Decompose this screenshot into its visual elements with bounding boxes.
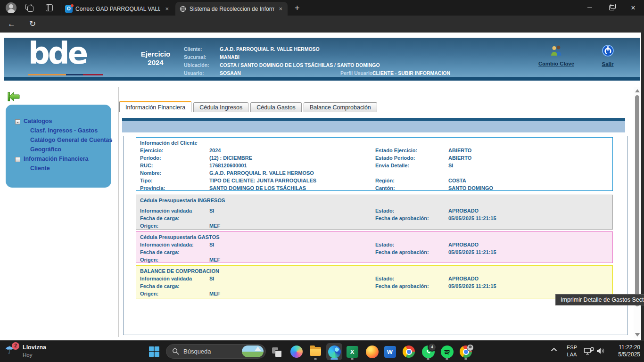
- refresh-button[interactable]: ↻: [29, 18, 36, 30]
- green-back-arrow-icon[interactable]: [8, 91, 20, 102]
- running-indicator: [330, 358, 338, 360]
- field-label: [375, 222, 448, 230]
- sidebar-item-cliente[interactable]: Cliente: [6, 164, 136, 172]
- new-tab-button[interactable]: +: [295, 2, 300, 14]
- speaker-icon[interactable]: [596, 347, 605, 355]
- weather-widget[interactable]: ☂ 2 Llovizna Hoy: [4, 343, 74, 361]
- field-value: SI: [209, 207, 375, 214]
- cambio-clave-label[interactable]: Cambio Clave: [528, 61, 585, 66]
- banner-field-cliente: Cliente: G.A.D. PARROQUIAL R. VALLE HERM…: [184, 46, 542, 53]
- search-input[interactable]: Búsqueda: [166, 344, 266, 359]
- panel-ingresos: Cédula Presupuestaria INGRESOSInformació…: [136, 195, 613, 230]
- tab-close-icon[interactable]: ×: [277, 5, 284, 12]
- taskbar-icon-edge[interactable]: [326, 343, 342, 360]
- field-value: [448, 256, 612, 263]
- scrollbar-up-icon[interactable]: [635, 89, 640, 92]
- profile-avatar[interactable]: [6, 2, 17, 13]
- search-placeholder: Búsqueda: [183, 348, 211, 355]
- workspaces-icon[interactable]: [25, 4, 33, 11]
- sidebar-item-catalogo-general-de-cuentas[interactable]: Catálogo General de Cuentas: [6, 135, 136, 144]
- sidebar-item-catalogos[interactable]: -Catálogos: [6, 116, 121, 125]
- content-header-bar: [122, 118, 625, 132]
- browser-tab-correo[interactable]: O Correo: GAD PARROQUIAL VALLE ×: [61, 2, 174, 16]
- taskbar-icon-whatsapp[interactable]: 4: [420, 343, 436, 360]
- field-label: Fecha de carga:: [140, 248, 209, 256]
- field-value: 1768120600001: [209, 162, 375, 169]
- salir-label[interactable]: Salir: [590, 61, 625, 67]
- sidebar-item-clasf-ingresos-gastos[interactable]: Clasf. Ingresos - Gastos: [6, 126, 136, 134]
- clock[interactable]: 11:22:20 5/5/2025: [606, 344, 640, 358]
- sidebar-item-label: Información Financiera: [24, 156, 89, 162]
- scrollbar-thumb[interactable]: [635, 95, 639, 306]
- taskbar: ☂ 2 Llovizna Hoy Búsqueda XW4 ESP LAA 11…: [0, 340, 644, 362]
- taskbar-icon-task-view[interactable]: [268, 343, 284, 360]
- field-value: ABIERTO: [448, 147, 612, 154]
- banner-bottom-strip: [4, 77, 640, 81]
- taskbar-icon-spotify[interactable]: [439, 343, 455, 360]
- tab-balance-comprobacion[interactable]: Balance Comprobación: [304, 102, 377, 112]
- tab-cedula-ingresos[interactable]: Cédula Ingresos: [193, 102, 248, 112]
- tab-informacion-financiera[interactable]: Información Financiera: [119, 101, 191, 112]
- field-label: Fecha de carga:: [140, 214, 209, 222]
- language-indicator[interactable]: ESP LAA: [564, 344, 580, 358]
- content-tabstrip: Información FinancieraCédula IngresosCéd…: [119, 101, 379, 112]
- tab-close-icon[interactable]: ×: [164, 5, 170, 12]
- field-value: G.A.D. PARROQUIAL R. VALLE HERMOSO: [209, 169, 375, 177]
- field-value: MEF: [209, 222, 375, 230]
- tab-actions-icon[interactable]: [45, 4, 53, 11]
- scrollbar-down-icon[interactable]: [635, 333, 640, 337]
- cambio-clave-link[interactable]: Cambio Clave: [528, 44, 585, 66]
- sidebar-item-informacion-financiera[interactable]: -Información Financiera: [6, 154, 121, 163]
- panel-balance: BALANCE DE COMPROBACIONInformación valid…: [136, 265, 613, 298]
- field-label: Ubicación:: [184, 62, 209, 68]
- salir-link[interactable]: Salir: [590, 44, 625, 67]
- panel-row: Información validadaSIEstado:APROBADO: [140, 207, 612, 214]
- field-value: MANABI: [220, 54, 239, 60]
- sidebar-item-geografico[interactable]: Geográfico: [6, 145, 136, 153]
- start-button[interactable]: [148, 346, 160, 358]
- field-label: Origen:: [140, 290, 209, 297]
- window-close-button[interactable]: ×: [622, 0, 644, 16]
- globe-icon: [179, 5, 187, 13]
- outlook-icon: O: [65, 5, 73, 13]
- running-indicator: [351, 358, 354, 360]
- field-value: APROBADO: [448, 275, 612, 282]
- ejercicio-block: Ejercicio 2024: [127, 50, 184, 67]
- browser-titlebar: O Correo: GAD PARROQUIAL VALLE × Sistema…: [0, 0, 644, 16]
- tab-cedula-gastos[interactable]: Cédula Gastos: [250, 102, 302, 112]
- perfil-label: Perfil Usuario:: [340, 70, 374, 76]
- taskbar-icon-copilot[interactable]: [289, 343, 305, 360]
- window-restore-button[interactable]: [601, 0, 622, 16]
- clock-time: 11:22:20: [606, 344, 640, 351]
- tray-chevron-icon[interactable]: [551, 347, 557, 352]
- sidebar-item-label: Cliente: [30, 165, 50, 172]
- taskbar-icon-chrome[interactable]: [401, 343, 417, 360]
- field-value: [209, 282, 375, 290]
- tooltip-text: Imprimir Detalle de Gastos Sector: [561, 296, 644, 303]
- profile-overlay-icon: [467, 344, 474, 351]
- browser-tab-sistema[interactable]: Sistema de Recoleccion de Inform ×: [175, 2, 288, 16]
- field-label: Cliente:: [184, 46, 202, 52]
- window-minimize-button[interactable]: [579, 0, 601, 16]
- taskbar-icon-firefox[interactable]: [364, 343, 380, 360]
- browser-tab-title: Sistema de Recoleccion de Inform: [190, 6, 274, 12]
- taskbar-icon-excel[interactable]: X: [344, 343, 360, 360]
- collapse-minus-icon[interactable]: -: [15, 119, 20, 124]
- field-value: COSTA / SANTO DOMINGO DE LOS TSÁCHILAS /…: [220, 62, 380, 68]
- field-label: [375, 290, 448, 297]
- search-highlight-image[interactable]: [242, 346, 264, 357]
- taskbar-icon-file-explorer[interactable]: [307, 343, 323, 360]
- field-value: (12) : DICIEMBRE: [209, 154, 375, 162]
- bde-header-banner: bde Ejercicio 2024 Cliente: G.A.D. PARRO…: [4, 38, 640, 81]
- field-label: Información validada:: [140, 241, 209, 248]
- field-label: Fecha de aprobación:: [375, 282, 448, 290]
- field-value: MEF: [209, 256, 375, 263]
- taskbar-icon-chrome-profile[interactable]: [458, 343, 474, 360]
- back-button[interactable]: ←: [8, 18, 16, 30]
- taskbar-icon-word[interactable]: W: [382, 343, 398, 360]
- network-icon[interactable]: [584, 347, 594, 355]
- collapse-minus-icon[interactable]: -: [15, 157, 20, 162]
- sidebar-item-label: Catálogo General de Cuentas: [30, 137, 112, 143]
- logo-underline-red: [83, 74, 103, 75]
- field-label: Estado Ejercicio:: [375, 147, 448, 154]
